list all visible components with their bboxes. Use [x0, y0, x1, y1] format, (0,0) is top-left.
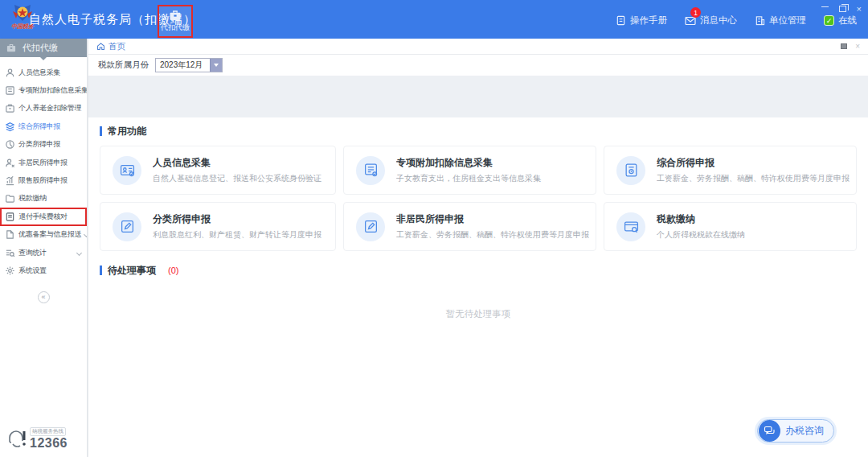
- pending-items-count: (0): [168, 266, 178, 275]
- nav-message-center-label: 消息中心: [700, 14, 737, 27]
- tax-consult-label: 办税咨询: [785, 424, 824, 438]
- sidebar-item-label: 退付手续费核对: [18, 212, 68, 222]
- caret-down-icon: [214, 64, 219, 67]
- card-title: 分类所得申报: [153, 212, 328, 226]
- nav-message-center[interactable]: 1 消息中心: [685, 14, 737, 27]
- window-controls: ×: [821, 2, 862, 16]
- tab-home-label: 首页: [108, 41, 125, 52]
- annotation-box-header-tab: 代扣代缴: [158, 5, 193, 38]
- nav-online-label: 在线: [838, 14, 857, 27]
- sidebar-item-restricted-stock[interactable]: 限售股所得申报: [0, 171, 87, 189]
- home-icon: [96, 42, 105, 51]
- minimize-button[interactable]: [821, 6, 829, 16]
- hotline-number: 12366: [30, 436, 68, 451]
- manual-icon: [616, 15, 626, 26]
- message-badge: 1: [690, 7, 701, 18]
- restore-button[interactable]: [839, 6, 846, 12]
- card-title: 专项附加扣除信息采集: [396, 156, 547, 170]
- sidebar-item-tax-payment[interactable]: 税款缴纳: [0, 190, 87, 208]
- briefcase-icon: [169, 10, 182, 21]
- receipt-icon: [5, 212, 15, 222]
- pending-items-title: 待处理事项: [108, 264, 156, 278]
- form-icon: [5, 85, 15, 96]
- sidebar-item-label: 限售股所得申报: [18, 175, 68, 186]
- file-icon: [5, 229, 15, 240]
- tax-consult-button[interactable]: 办税咨询: [757, 419, 834, 443]
- app-header: 中国税务 自然人电子税务局（扣缴端） 代扣代缴 操作手册 1: [0, 0, 868, 39]
- edit-icon: [113, 212, 141, 241]
- card-tax-payment[interactable]: 税款缴纳 个人所得税税款在线缴纳: [604, 202, 857, 251]
- sidebar-header: 代扣代缴: [0, 39, 87, 57]
- sidebar-item-nonresident-income[interactable]: 非居民所得申报: [0, 154, 87, 171]
- nav-operation-manual[interactable]: 操作手册: [616, 14, 667, 27]
- pending-items-header: 待处理事项 (0): [100, 263, 857, 278]
- tab-withholding[interactable]: 代扣代缴: [159, 6, 191, 36]
- tab-home[interactable]: 首页: [96, 41, 125, 52]
- sidebar-item-preferential-filing[interactable]: 优惠备案与信息报送: [0, 226, 87, 244]
- sidebar: 代扣代缴 人员信息采集 专项附加扣除信息采集 个人养老金扣除管理 综合所得申报 …: [0, 39, 88, 457]
- common-functions-grid: 人员信息采集 自然人基础信息登记、报送和公安系统身份验证 专项附加扣除信息采集 …: [100, 146, 857, 251]
- card-title: 人员信息采集: [153, 156, 328, 170]
- main-area: 首页 × 税款所属月份 2023年12月 常用功能 人员信息采集 自然人基: [88, 39, 868, 457]
- section-marker: [100, 266, 102, 275]
- sidebar-item-label: 综合所得申报: [18, 121, 60, 132]
- chat-icon: [759, 420, 780, 442]
- sidebar-item-comprehensive-income[interactable]: 综合所得申报: [0, 117, 87, 135]
- gear-icon: [5, 266, 15, 276]
- briefcase-icon: [6, 43, 16, 52]
- tax-month-select[interactable]: 2023年12月: [155, 58, 223, 72]
- pension-icon: [5, 103, 15, 113]
- chevron-down-icon: [84, 232, 87, 237]
- close-button[interactable]: ×: [857, 4, 862, 14]
- card-desc: 工资薪金、劳务报酬、稿酬、特许权使用费等月度申报: [396, 229, 596, 241]
- sidebar-item-label: 分类所得申报: [18, 139, 60, 150]
- card-desc: 工资薪金、劳务报酬、稿酬、特许权使用费等月度申报: [657, 173, 856, 184]
- sidebar-header-label: 代扣代缴: [23, 42, 58, 54]
- sidebar-item-pension-deduction[interactable]: 个人养老金扣除管理: [0, 100, 87, 117]
- sidebar-item-personnel-info[interactable]: 人员信息采集: [0, 64, 87, 81]
- clock-icon: [5, 139, 15, 150]
- online-icon: ✓: [824, 15, 834, 26]
- card-nonresident-income[interactable]: 非居民所得申报 工资薪金、劳务报酬、稿酬、特许权使用费等月度申报: [343, 202, 596, 251]
- chevron-down-icon: [76, 250, 82, 256]
- edit-icon: [356, 212, 385, 241]
- nav-online-status[interactable]: ✓ 在线: [824, 14, 857, 27]
- hotline-label: 纳税服务热线: [30, 427, 66, 436]
- tax-month-label: 税款所属月份: [98, 60, 149, 71]
- form-collect-icon: [356, 156, 385, 185]
- headset-icon: [6, 426, 27, 451]
- sidebar-item-classified-income[interactable]: 分类所得申报: [0, 136, 87, 154]
- card-title: 非居民所得申报: [396, 212, 596, 226]
- query-icon: [5, 248, 15, 258]
- pay-icon: [616, 212, 645, 241]
- select-dropdown-button[interactable]: [210, 59, 222, 72]
- card-comprehensive-income[interactable]: 综合所得申报 工资薪金、劳务报酬、稿酬、特许权使用费等月度申报: [604, 146, 857, 195]
- sidebar-item-system-settings[interactable]: 系统设置: [0, 261, 87, 279]
- nav-unit-management[interactable]: 单位管理: [755, 14, 806, 27]
- pending-empty-text: 暂无待处理事项: [100, 308, 857, 320]
- restore-icon[interactable]: [841, 43, 847, 49]
- close-icon[interactable]: ×: [855, 42, 860, 51]
- sidebar-item-query-statistics[interactable]: 查询统计: [0, 244, 87, 261]
- card-personnel-info[interactable]: 人员信息采集 自然人基础信息登记、报送和公安系统身份验证: [100, 146, 336, 195]
- sidebar-item-special-deduction[interactable]: 专项附加扣除信息采集: [0, 81, 87, 99]
- card-special-deduction-collect[interactable]: 专项附加扣除信息采集 子女教育支出，住房租金支出等信息采集: [343, 146, 596, 195]
- person-icon: [5, 68, 15, 78]
- layers-icon: [5, 121, 15, 132]
- sidebar-item-label: 个人养老金扣除管理: [18, 103, 81, 113]
- sidebar-item-refund-fee-check[interactable]: 退付手续费核对: [0, 208, 87, 225]
- card-desc: 自然人基础信息登记、报送和公安系统身份验证: [153, 173, 328, 184]
- sidebar-item-label: 人员信息采集: [18, 68, 60, 78]
- filter-bar: 税款所属月份 2023年12月: [88, 55, 868, 76]
- card-title: 综合所得申报: [657, 156, 856, 170]
- sidebar-item-label: 税款缴纳: [18, 193, 47, 204]
- common-functions-header: 常用功能: [100, 124, 857, 138]
- nav-unit-management-label: 单位管理: [769, 14, 806, 27]
- tax-month-value: 2023年12月: [156, 59, 210, 72]
- card-classified-income[interactable]: 分类所得申报 利息股息红利、财产租赁、财产转让等月度申报: [100, 202, 336, 251]
- sidebar-collapse-button[interactable]: «: [38, 291, 50, 303]
- sidebar-menu: 人员信息采集 专项附加扣除信息采集 个人养老金扣除管理 综合所得申报 分类所得申…: [0, 64, 87, 280]
- content-panel: 常用功能 人员信息采集 自然人基础信息登记、报送和公安系统身份验证 专项附加扣除…: [88, 117, 868, 457]
- sidebar-item-label: 非居民所得申报: [18, 158, 68, 168]
- card-title: 税款缴纳: [657, 212, 751, 226]
